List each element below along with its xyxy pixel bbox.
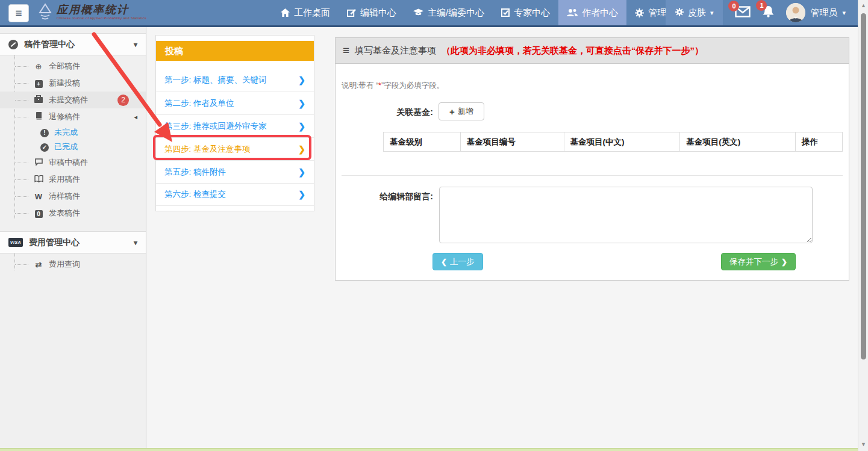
- envelope-icon: [735, 9, 751, 19]
- sidebar-item-fee-query[interactable]: ⇄ 费用查询: [0, 256, 146, 273]
- open-book-icon: [33, 175, 44, 184]
- save-and-next-button[interactable]: 保存并下一步 ❯: [721, 253, 796, 270]
- nav-label: 工作桌面: [294, 7, 330, 19]
- skin-label: 皮肤: [688, 7, 706, 19]
- journal-logo: 应用概率统计 Chinese Journal of Applied Probab…: [37, 2, 146, 22]
- required-field-hint: 说明:带有 “*”字段为必填字段。: [342, 81, 444, 91]
- notifications-button[interactable]: 1: [763, 5, 774, 20]
- users-icon: [567, 8, 578, 17]
- item-label: 退修稿件: [49, 111, 80, 122]
- tree-stub: [15, 100, 28, 101]
- nav-work-desktop[interactable]: 工作桌面: [272, 0, 339, 25]
- step-label: 第五步: 稿件附件: [164, 167, 226, 178]
- fund-notes-panel: ≡ 填写基金及注意事项 （此项为非必填项，若无关联基金，可直接点击“保存并下一步…: [335, 37, 849, 281]
- sidebar-item-published[interactable]: 0 发表稿件: [0, 205, 146, 222]
- sidebar-section-fee-center[interactable]: VISA 费用管理中心 ▾: [0, 231, 146, 253]
- main-nav: 工作桌面 编辑中心 主编/编委中心 专家中心 作者中心 管理中心: [272, 0, 693, 25]
- top-navbar: ≡ 应用概率统计 Chinese Journal of Applied Prob…: [0, 0, 858, 27]
- check-circle-icon: ✓: [40, 142, 49, 152]
- published-icon: 0: [33, 209, 44, 218]
- col-fund-name-en: 基金项目(英文): [680, 132, 796, 152]
- panel-body: 说明:带有 “*”字段为必填字段。 关联基金: + 新增 基金级别 基金项目编号…: [335, 64, 849, 281]
- nav-label: 编辑中心: [360, 7, 396, 19]
- step-3-recommend-avoid-reviewers[interactable]: 第三步: 推荐或回避外审专家 ❯: [156, 114, 314, 137]
- nav-editor-center[interactable]: 编辑中心: [339, 0, 405, 25]
- step-4-funds-notes[interactable]: 第四步: 基金及注意事项 ❯: [156, 137, 314, 160]
- step-label: 第三步: 推荐或回避外审专家: [164, 121, 267, 132]
- edit-icon: [347, 8, 356, 17]
- add-fund-button[interactable]: + 新增: [439, 102, 484, 120]
- scroll-down-arrow[interactable]: ▼: [858, 441, 868, 447]
- unsubmitted-count-badge: 2: [117, 95, 129, 106]
- chevron-left-icon: ❮: [441, 258, 447, 266]
- briefcase-icon: [33, 95, 44, 105]
- list-icon: ≡: [343, 44, 349, 57]
- sidebar-item-new-submission[interactable]: + 新建投稿: [0, 75, 146, 92]
- step-1-title-abstract-keywords[interactable]: 第一步: 标题、摘要、关键词 ❯: [156, 69, 314, 92]
- nav-expert-center[interactable]: 专家中心: [493, 0, 558, 25]
- sidebar-item-in-review[interactable]: 审稿中稿件: [0, 154, 146, 171]
- messages-button[interactable]: 0: [735, 6, 751, 20]
- item-label: 采用稿件: [49, 174, 80, 185]
- exchange-icon: ⇄: [33, 260, 44, 269]
- chevron-down-icon: ▾: [842, 9, 846, 17]
- chevron-right-icon: ❯: [298, 122, 305, 131]
- col-fund-level: 基金级别: [384, 132, 461, 152]
- item-label: 费用查询: [49, 259, 80, 270]
- exclamation-circle-icon: !: [40, 128, 49, 137]
- item-label: 未完成: [54, 127, 78, 138]
- messages-badge: 0: [728, 1, 739, 11]
- scrollbar-thumb[interactable]: [861, 13, 866, 359]
- chevron-right-icon: ❯: [781, 258, 787, 266]
- section-divider: [342, 175, 843, 176]
- message-to-editors-textarea[interactable]: [439, 187, 813, 243]
- section-title: 费用管理中心: [29, 237, 80, 248]
- footer-strip: [0, 448, 858, 451]
- all-manuscripts-icon: ⊕: [33, 62, 44, 71]
- chevron-right-icon: ❯: [298, 167, 305, 177]
- sidebar-item-all-manuscripts[interactable]: ⊕ 全部稿件: [0, 58, 146, 75]
- sidebar-item-accepted[interactable]: 采用稿件: [0, 171, 146, 188]
- gear-icon: [635, 8, 644, 17]
- visa-card-icon: VISA: [8, 238, 23, 247]
- avatar: [786, 3, 805, 22]
- sidebar-item-unsubmitted[interactable]: 未提交稿件 2: [0, 92, 146, 108]
- fund-table-header-row: 基金级别 基金项目编号 基金项目(中文) 基金项目(英文) 操作: [384, 132, 843, 152]
- chevron-right-icon: ❯: [298, 75, 305, 85]
- fund-table: 基金级别 基金项目编号 基金项目(中文) 基金项目(英文) 操作: [383, 132, 843, 152]
- panel-title-note: （此项为非必填项，若无关联基金，可直接点击“保存并下一步”）: [442, 45, 704, 57]
- tree-stub: [15, 66, 28, 67]
- comment-icon: [33, 158, 44, 167]
- sidebar-item-incomplete[interactable]: ! 未完成: [0, 125, 146, 140]
- hamburger-menu-button[interactable]: ≡: [8, 4, 29, 22]
- step-6-check-submit[interactable]: 第六步: 检查提交 ❯: [156, 183, 314, 206]
- steps-panel-header: 投稿: [156, 41, 314, 61]
- skin-dropdown[interactable]: 皮肤 ▾: [666, 0, 723, 25]
- chevron-left-icon: ◂: [134, 113, 137, 121]
- tree-stub: [15, 179, 28, 180]
- tree-stub: [15, 83, 28, 84]
- chevron-down-icon: ▾: [134, 40, 137, 49]
- user-menu[interactable]: 管理员 ▾: [786, 3, 846, 22]
- scroll-up-arrow[interactable]: ▲: [858, 2, 868, 8]
- nav-chief-editor-center[interactable]: 主编/编委中心: [405, 0, 493, 25]
- col-actions: 操作: [796, 132, 843, 152]
- step-5-attachments[interactable]: 第五步: 稿件附件 ❯: [156, 160, 314, 183]
- sidebar-item-returned[interactable]: 退修稿件 ◂: [0, 108, 146, 125]
- panel-title: 填写基金及注意事项: [355, 45, 436, 57]
- manuscript-menu: ⊕ 全部稿件 + 新建投稿 未提交稿件 2 退修稿件 ◂ ! 未完成 ✓ 已完成: [0, 55, 146, 225]
- sidebar: 稿件管理中心 ▾ ⊕ 全部稿件 + 新建投稿 未提交稿件 2 退修稿件 ◂ ! …: [0, 27, 146, 449]
- sidebar-section-manuscript-center[interactable]: 稿件管理中心 ▾: [0, 33, 146, 55]
- steps-list: 第一步: 标题、摘要、关键词 ❯ 第二步: 作者及单位 ❯ 第三步: 推荐或回避…: [156, 69, 314, 206]
- vertical-scrollbar[interactable]: ▲ ▼: [858, 0, 868, 451]
- sidebar-item-complete[interactable]: ✓ 已完成: [0, 140, 146, 154]
- journal-emblem-icon: [37, 2, 53, 22]
- step-2-authors-affiliations[interactable]: 第二步: 作者及单位 ❯: [156, 92, 314, 114]
- nav-label: 专家中心: [514, 7, 550, 19]
- nav-label: 主编/编委中心: [428, 7, 484, 19]
- previous-step-button[interactable]: ❮ 上一步: [432, 253, 483, 270]
- nav-author-center[interactable]: 作者中心: [558, 0, 626, 25]
- step-label: 第六步: 检查提交: [164, 189, 226, 200]
- journal-subtitle: Chinese Journal of Applied Probability a…: [57, 16, 146, 20]
- sidebar-item-proof[interactable]: W 清样稿件: [0, 188, 146, 205]
